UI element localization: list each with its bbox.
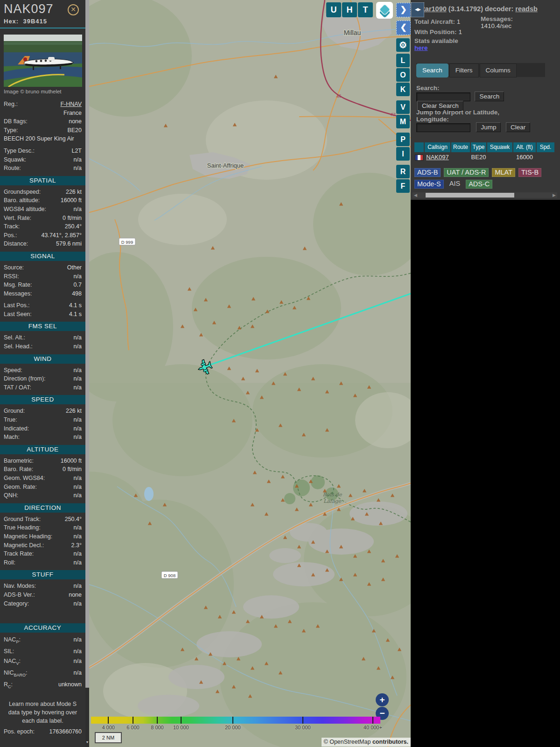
- data-label: QNH:: [4, 491, 18, 500]
- data-value: 4.1 s: [69, 310, 82, 319]
- scrollbar-thumb[interactable]: [85, 0, 89, 688]
- data-row: Mach:n/a: [0, 433, 85, 442]
- jump-button[interactable]: Jump: [476, 122, 501, 132]
- badge-ads-c[interactable]: ADS-C: [466, 180, 492, 189]
- source-type-legend: ADS-BUAT / ADS-RMLATTIS-BMode-SAISADS-C: [414, 168, 554, 189]
- stats-link[interactable]: here: [414, 44, 428, 51]
- layers-button[interactable]: [376, 2, 393, 19]
- hscrollbar-thumb[interactable]: [426, 193, 514, 197]
- data-value: n/a: [74, 164, 82, 173]
- map-button-o[interactable]: O: [396, 68, 410, 82]
- tab-columns[interactable]: Columns: [480, 63, 517, 78]
- table-row[interactable]: NAK097BE2016000: [414, 153, 560, 161]
- column-header-Spd.[interactable]: Spd.: [537, 142, 554, 152]
- map-button-v[interactable]: V: [396, 100, 410, 114]
- cell: [537, 157, 554, 158]
- jump-input[interactable]: [416, 123, 470, 132]
- data-row: QNH:n/a: [0, 491, 85, 500]
- map-button-l[interactable]: L: [396, 54, 410, 67]
- data-value: none: [69, 591, 82, 599]
- data-row: Distance:579.6 nmi: [0, 240, 85, 248]
- cell: NAK097: [425, 153, 450, 161]
- map-button-m[interactable]: M: [396, 115, 410, 128]
- map-button-k[interactable]: K: [396, 83, 410, 96]
- section-header: DIRECTION: [0, 503, 85, 513]
- data-value: n/a: [74, 342, 82, 351]
- data-row: Route:n/a: [0, 164, 85, 173]
- data-value: n/a: [74, 474, 82, 483]
- badge-ais[interactable]: AIS: [447, 180, 462, 189]
- decoder-link[interactable]: readsb: [515, 5, 538, 13]
- data-label: RC:: [4, 680, 13, 691]
- map-button-f[interactable]: F: [396, 179, 410, 193]
- data-label: Geom. WGS84:: [4, 474, 45, 483]
- data-row: Speed:n/a: [0, 366, 85, 375]
- map-canvas[interactable]: 46 47 Millau Saint-Affrique Bois de Lafa…: [89, 0, 411, 747]
- data-label: Ground:: [4, 407, 25, 416]
- data-value: n/a: [74, 668, 82, 680]
- map-button-u[interactable]: U: [326, 2, 341, 17]
- column-header-Squawk[interactable]: Squawk: [487, 142, 512, 152]
- data-value: 226 kt: [66, 407, 82, 416]
- aircraft-data-sections: SPATIALGroundspeed:226 ktBaro. altitude:…: [0, 176, 85, 691]
- chevron-left-icon: ❮: [400, 23, 406, 32]
- zoom-in-button[interactable]: +: [376, 693, 389, 706]
- data-value: 2.3°: [71, 541, 82, 550]
- chevron-right-icon: ❯: [400, 5, 406, 14]
- badge-tis-b[interactable]: TIS-B: [518, 168, 541, 177]
- data-value: unknown: [58, 680, 82, 691]
- callsign-link[interactable]: NAK097: [426, 154, 448, 161]
- data-value: none: [69, 117, 82, 126]
- map-button-h[interactable]: H: [342, 2, 357, 17]
- data-value: 4.1 s: [69, 301, 82, 310]
- data-row: Baro. Rate:0 ft/min: [0, 465, 85, 474]
- data-value: n/a: [74, 599, 82, 608]
- panel-collapse-left-button[interactable]: ❮: [396, 21, 411, 35]
- scrollbar-down-icon[interactable]: ▼: [85, 740, 89, 744]
- column-header-Type[interactable]: Type: [471, 142, 486, 152]
- search-input[interactable]: [416, 92, 470, 101]
- data-value: BE20: [67, 126, 82, 135]
- pos-epoch-row[interactable]: Pos. epoch: 1763660760: [0, 727, 85, 736]
- table-horizontal-scrollbar[interactable]: ◀ ▶: [413, 192, 557, 198]
- data-value: 0 ft/min: [63, 214, 82, 223]
- data-value: n/a: [74, 582, 82, 591]
- data-row: DB flags:none: [0, 117, 85, 126]
- registration-link[interactable]: F-HNAV: [60, 101, 82, 107]
- map-button-p[interactable]: P: [396, 133, 410, 146]
- column-header-icon[interactable]: [414, 142, 424, 152]
- close-icon[interactable]: ✕: [68, 4, 79, 15]
- legend-tick: [108, 717, 109, 724]
- legend-tick-label: 8 000: [151, 725, 164, 730]
- badge-mode-s[interactable]: Mode-S: [414, 180, 444, 189]
- map-attribution[interactable]: © OpenStreetMap contributors.: [322, 738, 411, 747]
- flip-sidebar-button[interactable]: ◀▶: [411, 2, 424, 17]
- badge-uat-ads-r[interactable]: UAT / ADS-R: [444, 168, 489, 177]
- tab-filters[interactable]: Filters: [449, 63, 479, 78]
- clear-button[interactable]: Clear: [506, 122, 530, 132]
- badge-ads-b[interactable]: ADS-B: [414, 168, 441, 177]
- badge-mlat[interactable]: MLAT: [492, 168, 515, 177]
- scroll-left-icon[interactable]: ◀: [414, 192, 417, 198]
- map-label-millau: Millau: [344, 29, 361, 36]
- data-row: France: [0, 109, 85, 118]
- data-row: Last Pos.:4.1 s: [0, 301, 85, 310]
- column-header-Route[interactable]: Route: [451, 142, 470, 152]
- panel-expand-right-button[interactable]: ❯: [396, 3, 411, 17]
- left-panel-scrollbar[interactable]: ▼: [85, 0, 89, 747]
- tab-search[interactable]: Search: [416, 63, 448, 78]
- scroll-right-icon[interactable]: ▶: [553, 192, 556, 198]
- data-label: Baro. Rate:: [4, 465, 33, 474]
- map-button-r[interactable]: R: [396, 165, 410, 178]
- legend-tick-label: 40 000+: [364, 725, 382, 730]
- column-header-Alt. (ft)[interactable]: Alt. (ft): [513, 142, 536, 152]
- map-button-t[interactable]: T: [358, 2, 373, 17]
- app-name-link[interactable]: tar1090: [423, 5, 447, 13]
- search-button[interactable]: Search: [475, 92, 504, 101]
- column-header-Callsign[interactable]: Callsign: [425, 142, 450, 152]
- altitude-legend: 4 0006 0008 00010 00020 00030 00040 000+: [91, 717, 380, 724]
- data-label: Squawk:: [4, 155, 26, 164]
- map-button-i[interactable]: I: [396, 147, 410, 161]
- settings-button[interactable]: ⚙: [396, 38, 410, 52]
- data-label: Msg. Rate:: [4, 281, 32, 289]
